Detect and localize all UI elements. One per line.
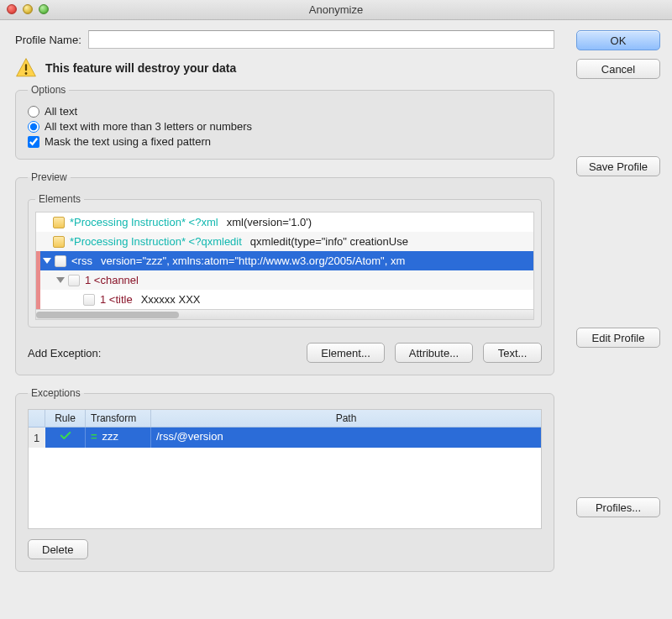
tree-row[interactable]: *Processing Instruction* <?qxmledit qxml… (36, 232, 533, 251)
exceptions-group: Exceptions Rule Transform Path 1 (15, 387, 554, 572)
tree-detail: Xxxxxx XXX (141, 293, 209, 306)
profiles-button[interactable]: Profiles... (576, 497, 660, 517)
preview-group: Preview Elements *Processing Instruction… (15, 171, 554, 375)
preview-legend: Preview (28, 171, 71, 183)
all-text-label: All text (45, 105, 77, 118)
exception-rule-cell (45, 428, 86, 448)
minimize-window-button[interactable] (23, 4, 33, 14)
disclosure-triangle-icon[interactable] (43, 258, 51, 264)
options-legend: Options (28, 84, 69, 96)
add-text-exception-button[interactable]: Text... (483, 343, 542, 363)
tree-label: 1 <title (100, 293, 141, 306)
exception-path-cell: /rss/@version (151, 428, 541, 448)
add-element-exception-button[interactable]: Element... (307, 343, 385, 363)
cancel-button[interactable]: Cancel (576, 59, 660, 79)
processing-instruction-icon (53, 217, 65, 228)
edit-profile-button[interactable]: Edit Profile (576, 328, 660, 348)
tree-row[interactable]: *Processing Instruction* <?xml xml(versi… (36, 212, 533, 232)
save-profile-button[interactable]: Save Profile (576, 156, 660, 176)
tree-row-selected[interactable]: <rss version="zzz", xmlns:atom="http://w… (36, 251, 533, 270)
processing-instruction-icon (53, 236, 65, 248)
disclosure-triangle-icon[interactable] (56, 277, 65, 283)
svg-point-2 (25, 72, 28, 75)
tree-horizontal-scrollbar[interactable] (36, 309, 533, 319)
tree-detail: version="zzz", xmlns:atom="http://www.w3… (101, 254, 413, 267)
add-exception-label: Add Exception: (28, 347, 101, 359)
warning-icon (15, 57, 37, 79)
delete-exception-button[interactable]: Delete (28, 539, 88, 559)
window-controls (7, 4, 49, 14)
tree-label: 1 <channel (85, 274, 147, 286)
scrollbar-thumb[interactable] (36, 312, 179, 318)
elements-legend: Elements (35, 193, 84, 205)
tree-detail: qxmledit(type="info" creationUse (250, 235, 417, 248)
col-path[interactable]: Path (151, 410, 541, 427)
svg-rect-1 (25, 64, 27, 71)
tree-label: *Processing Instruction* <?xml (70, 216, 227, 228)
tree-label: *Processing Instruction* <?qxmledit (70, 235, 250, 248)
titlebar: Anonymize (0, 0, 672, 20)
equals-icon: = (91, 430, 102, 443)
elements-group: Elements *Processing Instruction* <?xml … (28, 193, 542, 328)
element-icon (55, 255, 66, 267)
exceptions-table[interactable]: Rule Transform Path 1 (28, 409, 542, 529)
options-group: Options All text All text with more than… (15, 84, 554, 160)
exceptions-header: Rule Transform Path (29, 410, 541, 428)
exception-transform-cell: =zzz (86, 428, 151, 448)
zoom-window-button[interactable] (39, 4, 49, 14)
tree-row[interactable]: 1 <title Xxxxxx XXX (36, 290, 533, 309)
profile-name-label: Profile Name: (15, 34, 81, 46)
profile-name-input[interactable] (88, 30, 554, 49)
check-icon (60, 431, 71, 440)
col-transform[interactable]: Transform (86, 410, 151, 427)
element-icon (68, 275, 80, 286)
exceptions-legend: Exceptions (28, 387, 84, 399)
exception-row-index: 1 (29, 428, 45, 448)
close-window-button[interactable] (7, 4, 17, 14)
mask-fixed-label: Mask the text using a fixed pattern (45, 135, 211, 148)
element-icon (83, 294, 95, 306)
all-text-min-radio[interactable] (28, 121, 39, 133)
exception-row[interactable]: 1 =zzz /rss/@version (29, 428, 541, 448)
warning-text: This feature will destroy your data (45, 61, 236, 75)
tree-label: <rss (71, 254, 101, 267)
all-text-radio[interactable] (28, 106, 39, 118)
all-text-min-label: All text with more than 3 letters or num… (45, 120, 252, 133)
add-attribute-exception-button[interactable]: Attribute... (395, 343, 473, 363)
elements-tree[interactable]: *Processing Instruction* <?xml xml(versi… (35, 212, 534, 320)
tree-detail: xml(version='1.0') (227, 216, 320, 228)
mask-fixed-checkbox[interactable] (28, 136, 39, 148)
window-title: Anonymize (0, 3, 672, 16)
col-rule[interactable]: Rule (45, 410, 86, 427)
ok-button[interactable]: OK (576, 30, 660, 50)
col-index (29, 410, 45, 427)
tree-row[interactable]: 1 <channel (36, 270, 533, 290)
